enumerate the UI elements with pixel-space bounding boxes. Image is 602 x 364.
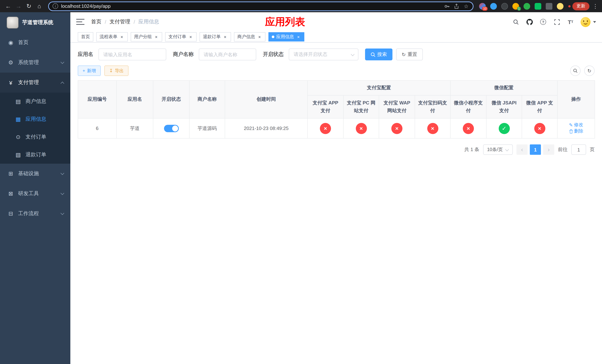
page-content: 应用名 商户名称 开启状态 请选择开启状态 搜索 ↻ [70, 43, 602, 364]
export-button[interactable]: ↧ 导出 [104, 65, 129, 76]
payment-submenu: ▤ 商户信息 ▦ 应用信息 ⊙ 支付订单 ▧ 退款订单 [0, 93, 70, 164]
chevron-down-icon [61, 171, 64, 175]
sidebar-item-payment[interactable]: ¥ 支付管理 [0, 73, 70, 93]
goto-page-input[interactable] [571, 144, 586, 155]
reset-button[interactable]: ↻ 重置 [396, 49, 423, 60]
sidebar-item-system[interactable]: ⚙ 系统管理 [0, 53, 70, 73]
sidebar-item-infrastructure[interactable]: ⊞ 基础设施 [0, 164, 70, 184]
sidebar-item-workflow[interactable]: ⊟ 工作流程 [0, 204, 70, 224]
extension-icon[interactable] [522, 1, 532, 11]
col-alipay-qr: 支付宝扫码支付 [415, 95, 450, 118]
close-icon[interactable]: × [223, 34, 228, 39]
avatar-dropdown-caret-icon [593, 21, 596, 23]
app-logo-avatar [7, 16, 19, 28]
fullscreen-icon[interactable] [553, 18, 560, 26]
tag-refund-order[interactable]: 退款订单 × [200, 32, 231, 42]
prev-page-button[interactable]: ‹ [516, 144, 527, 155]
col-alipay-app: 支付宝 APP 支付 [308, 95, 344, 118]
close-icon[interactable]: × [188, 34, 193, 39]
tag-app-info[interactable]: 应用信息 × [269, 32, 304, 42]
extension-icon[interactable] [555, 1, 565, 11]
enabled-toggle[interactable] [164, 125, 179, 132]
sidebar-item-pay-order[interactable]: ⊙ 支付订单 [0, 128, 70, 146]
extension-icon[interactable] [488, 1, 498, 11]
address-bar[interactable]: i localhost:1024/pay/app ☆ [48, 1, 473, 11]
chevron-down-icon [61, 191, 64, 195]
col-wechat-app: 微信 APP 支付 [522, 95, 557, 118]
help-icon[interactable]: ? [539, 18, 547, 26]
delete-link[interactable]: 删除 [569, 128, 583, 135]
col-group-wechat: 微信配置 [450, 81, 557, 95]
app-logo-row[interactable]: 芋道管理系统 [0, 12, 70, 32]
close-icon[interactable]: × [154, 34, 159, 39]
merchant-name-input[interactable] [199, 49, 256, 60]
extension-badge: 1 [517, 7, 521, 11]
page-size-select[interactable]: 10条/页 [483, 144, 513, 155]
avatar [580, 17, 591, 27]
navbar-actions: ? TT [512, 17, 596, 27]
search-icon[interactable] [512, 18, 519, 26]
extension-glyph [523, 3, 530, 10]
site-info-icon[interactable]: i [53, 3, 58, 9]
sidebar-menu: ◉ 首页 ⚙ 系统管理 ¥ 支付管理 ▤ 商户信息 [0, 32, 70, 364]
toggle-search-button[interactable] [570, 65, 580, 76]
app-title: 芋道管理系统 [22, 19, 53, 26]
cell-actions: ✎ 修改 删除 [557, 118, 595, 138]
sidebar-item-home[interactable]: ◉ 首页 [0, 32, 70, 53]
url-text[interactable]: localhost:1024/pay/app [61, 3, 442, 9]
browser-forward-button[interactable]: → [13, 1, 24, 11]
sidebar-item-app-info[interactable]: ▦ 应用信息 [0, 110, 70, 128]
col-app-id: 应用编号 [78, 81, 117, 118]
next-page-button[interactable]: › [543, 144, 554, 155]
app-name-input[interactable] [98, 49, 166, 60]
tag-home[interactable]: 首页 [78, 32, 93, 42]
extension-icon[interactable] [544, 1, 554, 11]
sidebar-item-dev-tools[interactable]: ⊠ 研发工具 [0, 184, 70, 204]
tag-pay-order[interactable]: 支付订单 × [165, 32, 197, 42]
extension-glyph [557, 3, 563, 10]
extension-icon[interactable] [499, 1, 509, 11]
extension-icon[interactable] [533, 1, 543, 11]
add-button[interactable]: + 新增 [78, 65, 101, 76]
password-key-icon[interactable] [442, 2, 451, 11]
github-icon[interactable] [526, 18, 533, 26]
sidebar-item-refund-order[interactable]: ▧ 退款订单 [0, 146, 70, 164]
chevron-up-icon [61, 81, 64, 85]
browser-home-button[interactable]: ⌂ [34, 1, 44, 11]
tag-user-group[interactable]: 用户分组 × [131, 32, 162, 42]
sidebar: 芋道管理系统 ◉ 首页 ⚙ 系统管理 ¥ 支付管理 [0, 12, 70, 364]
breadcrumb-payment[interactable]: 支付管理 [110, 19, 130, 25]
refresh-icon: ↻ [587, 68, 591, 74]
chevron-down-icon [505, 148, 509, 151]
search-button[interactable]: 搜索 [365, 49, 392, 60]
bookmark-star-icon[interactable]: ☆ [462, 2, 471, 11]
extension-icon[interactable]: 10 [477, 1, 487, 11]
pagination: 共 1 条 10条/页 ‹ 1 › 前往 页 [78, 144, 595, 155]
share-icon[interactable] [452, 2, 461, 11]
browser-menu-icon[interactable]: ⋮ [592, 3, 599, 10]
credit-card-icon: ▤ [15, 98, 22, 105]
status-select[interactable]: 请选择开启状态 [289, 49, 358, 60]
col-status: 开启状态 [153, 81, 189, 118]
close-icon[interactable]: × [257, 34, 262, 39]
edit-link[interactable]: ✎ 修改 [569, 122, 583, 128]
collapse-sidebar-icon[interactable] [76, 19, 85, 25]
close-icon[interactable]: × [119, 34, 124, 39]
col-wechat-mini: 微信小程序支付 [450, 95, 486, 118]
browser-update-button[interactable]: 更新 [572, 2, 589, 10]
close-icon[interactable]: × [296, 34, 301, 39]
sidebar-item-merchant-info[interactable]: ▤ 商户信息 [0, 93, 70, 110]
breadcrumb-home[interactable]: 首页 [91, 19, 101, 25]
tag-process-form[interactable]: 流程表单 × [96, 32, 128, 42]
browser-reload-button[interactable]: ↻ [24, 1, 34, 11]
tag-merchant-info[interactable]: 商户信息 × [234, 32, 266, 42]
refresh-table-button[interactable]: ↻ [584, 65, 595, 76]
chevron-down-icon [351, 52, 355, 56]
user-avatar-menu[interactable] [580, 17, 596, 27]
tags-view-bar: 首页 流程表单 × 用户分组 × 支付订单 × 退款订单 × [70, 32, 602, 43]
alipay-app-status-icon: × [320, 123, 331, 134]
font-size-icon[interactable]: TT [567, 18, 574, 26]
extension-icon[interactable]: 1 [511, 1, 521, 11]
page-number-button[interactable]: 1 [530, 144, 541, 155]
browser-back-button[interactable]: ← [3, 1, 13, 11]
